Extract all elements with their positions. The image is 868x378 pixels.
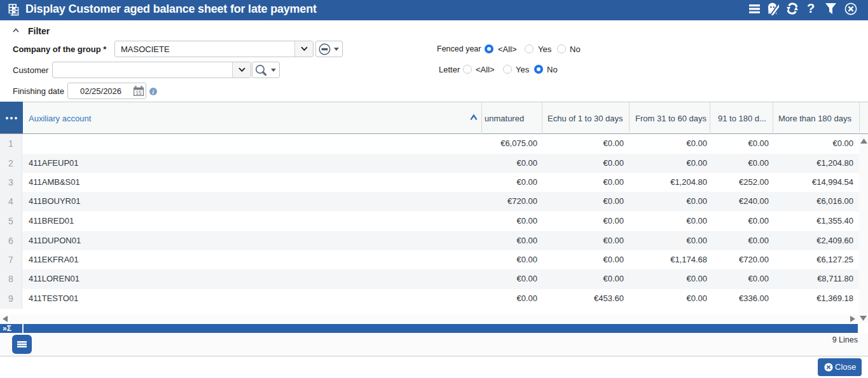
svg-text:15: 15 [135,90,142,96]
